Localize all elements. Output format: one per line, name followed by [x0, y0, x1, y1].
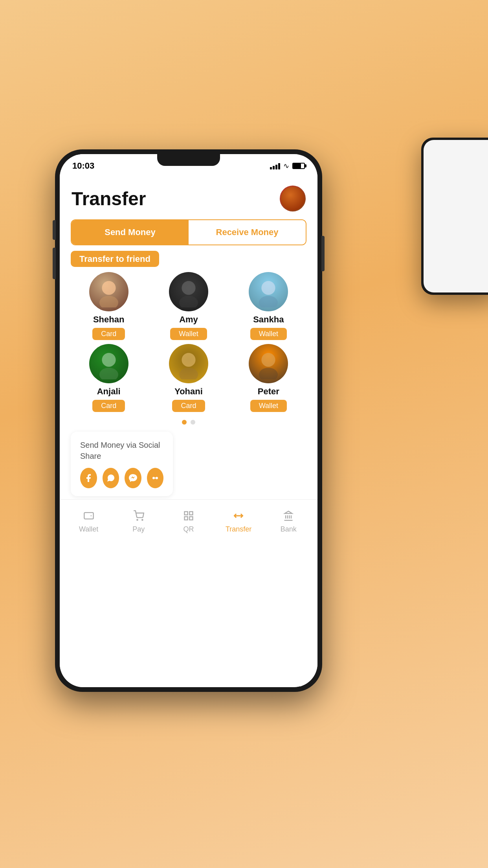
- screen-content: Transfer Send Money Receive Money Transf…: [60, 178, 317, 687]
- peter-avatar-svg: [253, 348, 284, 379]
- svg-point-4: [262, 281, 275, 295]
- battery-icon: [292, 163, 305, 169]
- svg-point-18: [142, 519, 143, 520]
- pagination-dot-2[interactable]: [191, 420, 195, 425]
- friend-item-yohani[interactable]: Yohani Card: [150, 344, 226, 412]
- friend-item-anjali[interactable]: Anjali Card: [71, 344, 147, 412]
- nav-transfer[interactable]: Transfer: [223, 509, 254, 533]
- svg-point-11: [259, 368, 278, 379]
- volume-up-button: [53, 220, 56, 240]
- messenger-icon[interactable]: [125, 468, 141, 488]
- nav-qr[interactable]: QR: [173, 509, 204, 533]
- nav-transfer-label: Transfer: [226, 525, 251, 533]
- nav-qr-label: QR: [183, 525, 194, 533]
- yohani-avatar-svg: [173, 348, 204, 379]
- generic-share-icon[interactable]: [147, 468, 164, 488]
- second-phone: [421, 138, 488, 295]
- svg-point-7: [99, 368, 118, 379]
- nav-wallet[interactable]: Wallet: [73, 509, 105, 533]
- svg-rect-22: [189, 517, 193, 520]
- svg-point-14: [152, 477, 155, 479]
- phone-screen: 10:03 ∿ Transfer: [60, 154, 317, 687]
- nav-pay[interactable]: Pay: [123, 509, 154, 533]
- friend-badge-yohani: Card: [172, 400, 205, 412]
- friend-name-shehan: Shehan: [93, 314, 124, 325]
- svg-point-9: [179, 368, 198, 379]
- friend-badge-sankha: Wallet: [250, 328, 287, 340]
- friend-avatar-yohani: [169, 344, 208, 383]
- svg-marker-29: [285, 511, 292, 513]
- svg-rect-16: [84, 513, 93, 519]
- friend-item-peter[interactable]: Peter Wallet: [231, 344, 306, 412]
- friend-avatar-sankha: [249, 272, 288, 311]
- transfer-icon: [231, 509, 246, 523]
- friends-grid: Shehan Card Amy Wallet: [60, 268, 317, 416]
- friend-avatar-shehan: [89, 272, 128, 311]
- bottom-nav: Wallet Pay: [60, 499, 317, 542]
- send-money-tab[interactable]: Send Money: [72, 220, 189, 245]
- phone-frame: 10:03 ∿ Transfer: [55, 149, 322, 692]
- pagination-dots: [60, 416, 317, 428]
- svg-point-17: [137, 519, 138, 520]
- svg-point-2: [182, 281, 195, 295]
- svg-rect-19: [184, 512, 187, 515]
- wifi-icon: ∿: [283, 162, 289, 170]
- friend-item-amy[interactable]: Amy Wallet: [150, 272, 226, 340]
- friend-name-peter: Peter: [258, 386, 279, 397]
- svg-point-0: [102, 281, 116, 295]
- signal-icon: [270, 162, 280, 169]
- svg-point-8: [182, 353, 195, 367]
- friend-item-shehan[interactable]: Shehan Card: [71, 272, 147, 340]
- pagination-dot-1[interactable]: [182, 420, 187, 425]
- friend-badge-shehan: Card: [92, 328, 125, 340]
- transfer-to-friend-label: Transfer to friend: [71, 251, 159, 267]
- tab-toggle: Send Money Receive Money: [71, 219, 306, 245]
- section-label-container: Transfer to friend: [71, 254, 306, 264]
- friend-name-sankha: Sankha: [253, 314, 284, 325]
- volume-down-button: [53, 248, 56, 279]
- svg-point-1: [99, 296, 118, 307]
- friend-name-anjali: Anjali: [97, 386, 121, 397]
- power-button: [321, 236, 325, 271]
- anjali-avatar-svg: [93, 348, 125, 379]
- nav-bank-label: Bank: [281, 525, 297, 533]
- pay-icon: [132, 509, 146, 523]
- svg-rect-21: [184, 517, 187, 520]
- friend-badge-peter: Wallet: [250, 400, 287, 412]
- avatar-image: [281, 187, 305, 210]
- svg-point-10: [262, 353, 275, 367]
- friend-avatar-peter: [249, 344, 288, 383]
- page-title: Transfer: [72, 188, 146, 210]
- avatar[interactable]: [280, 186, 306, 211]
- friend-name-amy: Amy: [179, 314, 198, 325]
- friend-name-yohani: Yohani: [174, 386, 203, 397]
- friend-badge-amy: Wallet: [170, 328, 207, 340]
- facebook-icon[interactable]: [80, 468, 97, 488]
- status-icons: ∿: [270, 162, 305, 170]
- svg-rect-20: [189, 512, 193, 515]
- status-time: 10:03: [72, 161, 94, 171]
- qr-icon: [182, 509, 196, 523]
- svg-point-13: [156, 477, 158, 479]
- whatsapp-icon[interactable]: [103, 468, 119, 488]
- sankha-avatar-svg: [253, 276, 284, 307]
- shehan-avatar-svg: [93, 276, 125, 307]
- svg-point-5: [259, 296, 278, 307]
- nav-wallet-label: Wallet: [79, 525, 98, 533]
- social-share-card: Send Money via Social Share: [71, 432, 173, 496]
- amy-avatar-svg: [173, 276, 204, 307]
- friend-item-sankha[interactable]: Sankha Wallet: [231, 272, 306, 340]
- wallet-icon: [82, 509, 96, 523]
- nav-bank[interactable]: Bank: [273, 509, 304, 533]
- bank-icon: [281, 509, 295, 523]
- friend-badge-anjali: Card: [92, 400, 125, 412]
- notch: [157, 154, 220, 166]
- svg-point-3: [179, 296, 198, 307]
- social-icons-row: [80, 468, 163, 488]
- friend-avatar-anjali: [89, 344, 128, 383]
- social-share-title: Send Money via Social Share: [80, 440, 163, 462]
- receive-money-tab[interactable]: Receive Money: [189, 220, 306, 245]
- svg-point-6: [102, 353, 116, 367]
- status-bar: 10:03 ∿: [60, 154, 317, 178]
- header: Transfer: [60, 178, 317, 215]
